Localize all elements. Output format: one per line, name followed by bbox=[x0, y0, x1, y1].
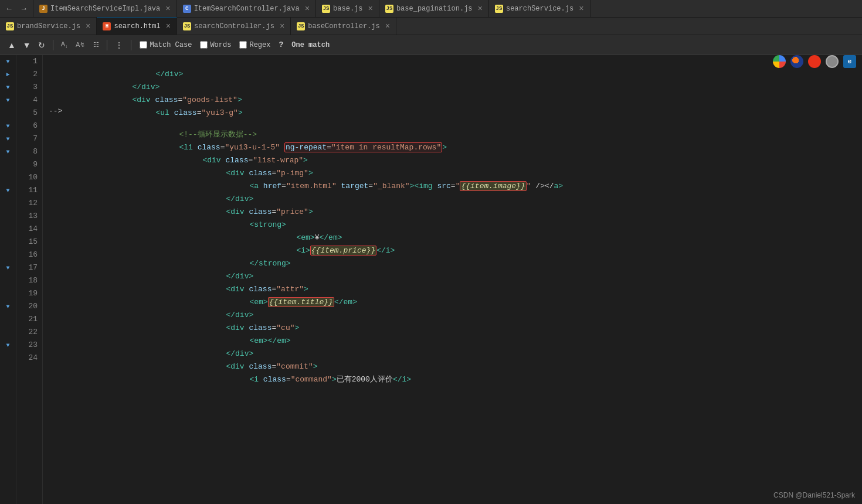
gutter-arrow-4[interactable]: ▼ bbox=[0, 94, 16, 107]
gutter-item-13 bbox=[0, 210, 16, 223]
nav-forward-btn[interactable]: → bbox=[17, 3, 30, 14]
gutter-item-24 bbox=[0, 352, 16, 365]
tab-brandService-js[interactable]: JS brandService.js × bbox=[0, 18, 97, 35]
gutter-item-21 bbox=[0, 313, 16, 326]
line-num-1: 1 bbox=[16, 55, 38, 68]
line-num-8: 8 bbox=[16, 145, 38, 158]
chrome-icon bbox=[773, 55, 786, 68]
gutter-arrow-3[interactable]: ▼ bbox=[0, 81, 16, 94]
js-icon: JS bbox=[297, 22, 305, 30]
line-num-6: 6 bbox=[16, 120, 38, 132]
gutter-arrow-11[interactable]: ▼ bbox=[0, 184, 16, 197]
find-bar: ▲ ▼ ↻ A↕ A↯ ☷ ⋮ Match Case Words Regex ? bbox=[0, 35, 862, 55]
close-tab-btn[interactable]: × bbox=[579, 5, 583, 13]
tab-baseController-js[interactable]: JS baseController.js × bbox=[291, 18, 396, 35]
close-tab-btn[interactable]: × bbox=[385, 22, 390, 30]
line-num-16: 16 bbox=[16, 248, 38, 261]
gutter-arrow-8[interactable]: ▼ bbox=[0, 145, 16, 158]
line-numbers: 1 2 3 4 5 6 7 8 9 10 11 12 13 14 15 16 1… bbox=[16, 55, 43, 504]
gutter-item-10 bbox=[0, 171, 16, 184]
line-num-24: 24 bbox=[16, 352, 38, 365]
tab-searchController-js[interactable]: JS searchController.js × bbox=[177, 18, 291, 35]
find-down-btn[interactable]: ▼ bbox=[20, 39, 34, 51]
js-icon: JS bbox=[385, 5, 393, 13]
tab-searchService-js[interactable]: JS searchService.js × bbox=[489, 0, 590, 17]
watermark: CSDN @Daniel521-Spark bbox=[773, 491, 855, 499]
line-num-19: 19 bbox=[16, 287, 38, 300]
gutter-item-18 bbox=[0, 274, 16, 287]
tab-base-js[interactable]: JS base.js × bbox=[316, 0, 379, 17]
code-line-1: </div> bbox=[49, 55, 862, 68]
find-separator-2 bbox=[107, 40, 107, 50]
editor-gutter: ▼ ► ▼ ▼ ▼ ▼ ▼ ▼ ▼ ▼ ▼ bbox=[0, 55, 16, 504]
tab-ItemSearchController[interactable]: C ItemSearchController.java × bbox=[177, 0, 316, 17]
close-tab-btn[interactable]: × bbox=[368, 5, 373, 13]
gutter-arrow-17[interactable]: ▼ bbox=[0, 261, 16, 274]
gutter-item-19 bbox=[0, 287, 16, 300]
find-filter-btn[interactable]: ⋮ bbox=[112, 39, 126, 51]
js-icon: JS bbox=[183, 22, 191, 30]
gutter-item-16 bbox=[0, 248, 16, 261]
gutter-arrow-2[interactable]: ► bbox=[0, 68, 16, 81]
close-tab-btn[interactable]: × bbox=[86, 22, 90, 30]
line-num-20: 20 bbox=[16, 300, 38, 313]
find-format-btn3[interactable]: ☷ bbox=[90, 40, 102, 50]
code-editor[interactable]: </div> </div> <div class="goods-list"> <… bbox=[43, 55, 862, 504]
firefox-icon bbox=[790, 55, 803, 68]
find-separator-3 bbox=[131, 40, 131, 50]
find-format-btn1[interactable]: A↕ bbox=[58, 39, 70, 50]
js-icon: JS bbox=[6, 22, 14, 30]
line-num-18: 18 bbox=[16, 274, 38, 287]
browser-icon-5: e bbox=[843, 55, 856, 68]
code-line-3: <div class="goods-list"> bbox=[49, 81, 862, 94]
line-num-21: 21 bbox=[16, 313, 38, 326]
line-num-15: 15 bbox=[16, 236, 38, 248]
tab-bar-row2: JS brandService.js × H search.html × JS … bbox=[0, 18, 862, 35]
find-format-btn2[interactable]: A↯ bbox=[73, 40, 88, 50]
line-num-10: 10 bbox=[16, 171, 38, 184]
gutter-arrow-23[interactable]: ▼ bbox=[0, 339, 16, 352]
gutter-item-9 bbox=[0, 158, 16, 171]
nav-back-btn[interactable]: ← bbox=[2, 3, 16, 14]
browser-icon-4 bbox=[826, 55, 839, 68]
opera-icon bbox=[808, 55, 821, 68]
gutter-item-15 bbox=[0, 236, 16, 248]
words-option[interactable]: Words bbox=[200, 41, 231, 49]
line-num-5: 5 bbox=[16, 107, 38, 120]
gutter-item-22 bbox=[0, 326, 16, 339]
tab-base-pagination-js[interactable]: JS base_pagination.js × bbox=[379, 0, 489, 17]
line-num-2: 2 bbox=[16, 68, 38, 81]
tab-search-html[interactable]: H search.html × bbox=[97, 18, 177, 35]
js-icon: JS bbox=[495, 5, 503, 13]
close-tab-btn[interactable]: × bbox=[166, 22, 171, 30]
find-up-btn[interactable]: ▲ bbox=[5, 39, 19, 51]
line-num-13: 13 bbox=[16, 210, 38, 223]
gutter-arrow-7[interactable]: ▼ bbox=[0, 132, 16, 145]
close-tab-btn[interactable]: × bbox=[165, 5, 170, 13]
match-case-checkbox[interactable] bbox=[140, 41, 147, 49]
close-tab-btn[interactable]: × bbox=[305, 5, 310, 13]
find-refresh-btn[interactable]: ↻ bbox=[35, 39, 48, 51]
editor-area: ▼ ► ▼ ▼ ▼ ▼ ▼ ▼ ▼ ▼ ▼ 1 bbox=[0, 55, 862, 504]
gutter-arrow-20[interactable]: ▼ bbox=[0, 300, 16, 313]
close-tab-btn[interactable]: × bbox=[478, 5, 483, 13]
tab-bar-row1: ← → J ItemSearchServiceImpl.java × C Ite… bbox=[0, 0, 862, 18]
find-separator-1 bbox=[53, 40, 53, 50]
gutter-arrow-6[interactable]: ▼ bbox=[0, 120, 16, 132]
regex-checkbox[interactable] bbox=[239, 41, 247, 49]
tab-ItemSearchServiceImpl[interactable]: J ItemSearchServiceImpl.java × bbox=[33, 0, 177, 17]
match-case-option[interactable]: Match Case bbox=[140, 41, 192, 49]
close-tab-btn[interactable]: × bbox=[280, 22, 284, 30]
words-checkbox[interactable] bbox=[200, 41, 208, 49]
java-icon: C bbox=[183, 5, 191, 13]
line-num-23: 23 bbox=[16, 339, 38, 352]
gutter-arrow-1[interactable]: ▼ bbox=[0, 55, 16, 68]
find-options-group: Match Case Words Regex ? bbox=[140, 40, 283, 49]
line-num-17: 17 bbox=[16, 261, 38, 274]
java-icon: J bbox=[39, 5, 47, 13]
help-btn[interactable]: ? bbox=[279, 40, 283, 49]
find-result: One match bbox=[291, 41, 330, 49]
regex-option[interactable]: Regex bbox=[239, 41, 270, 49]
browser-icons-overlay: e bbox=[773, 55, 856, 68]
line-num-3: 3 bbox=[16, 81, 38, 94]
